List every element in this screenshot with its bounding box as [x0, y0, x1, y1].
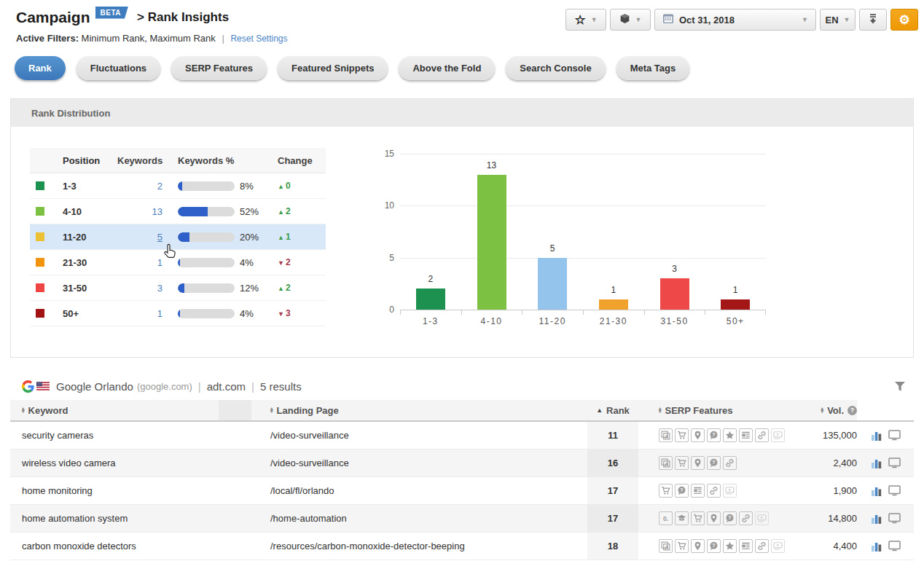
- x-axis-label: 50+: [705, 316, 766, 326]
- y-axis-tick: 0: [377, 305, 394, 315]
- column-label: Rank: [606, 405, 630, 416]
- tab-rank[interactable]: Rank: [15, 56, 66, 80]
- modules-dropdown-button[interactable]: ▼: [610, 9, 651, 31]
- reset-settings-link[interactable]: Reset Settings: [230, 34, 287, 44]
- keywords-count-link[interactable]: 1: [117, 257, 163, 268]
- rank-distribution-row[interactable]: 1-328%0: [30, 173, 326, 199]
- landing-page-cell[interactable]: /video-surveillance: [251, 458, 587, 468]
- serp-features-cell: A?: [638, 539, 804, 553]
- rank-distribution-row[interactable]: 31-50312%2: [30, 275, 326, 301]
- col-serp-features[interactable]: ▴▾SERP Features: [638, 400, 804, 420]
- serp-features-cell: A?: [638, 456, 804, 470]
- keyword-chart-icon[interactable]: [871, 541, 882, 552]
- col-vol-[interactable]: ▴▾Vol.?: [804, 400, 857, 420]
- col-position[interactable]: Position: [63, 155, 117, 166]
- chart-bar[interactable]: [721, 299, 750, 310]
- position-color-swatch: [36, 207, 44, 216]
- col-keyword[interactable]: ▴▾Keyword: [10, 400, 219, 420]
- percent-label: 8%: [240, 181, 254, 192]
- position-label: 1-3: [63, 181, 117, 192]
- position-color-swatch: [36, 181, 44, 190]
- col-keywords-percent[interactable]: Keywords %: [178, 155, 273, 166]
- toolbar: ☆ ▼ ▼ Oct 31, 2018 ▼ EN ▼: [565, 9, 918, 44]
- favorites-dropdown-button[interactable]: ☆ ▼: [565, 9, 606, 31]
- spacer-cell: [219, 505, 251, 532]
- keyword-cell[interactable]: home automation system: [10, 513, 219, 524]
- keywords-count-link[interactable]: 3: [117, 283, 163, 294]
- rank-distribution-row[interactable]: 4-101352%2: [30, 199, 326, 224]
- svg-text:?: ?: [712, 543, 715, 548]
- serp-shopping-icon: [659, 484, 673, 498]
- language-dropdown-button[interactable]: EN ▼: [820, 9, 856, 31]
- keyword-rows: security cameras/video-surveillance11A?1…: [10, 422, 914, 560]
- serp-view-monitor-icon[interactable]: [888, 513, 901, 524]
- x-axis-label: 21-30: [583, 316, 644, 326]
- bar-value-label: 1: [705, 285, 766, 295]
- chart-bar[interactable]: [599, 299, 628, 310]
- rank-distribution-row[interactable]: 50+14%3: [30, 301, 326, 326]
- tab-meta-tags[interactable]: Meta Tags: [616, 56, 690, 80]
- tab-serp-features[interactable]: SERP Features: [171, 56, 267, 80]
- tab-fluctuations[interactable]: Fluctuations: [77, 56, 160, 80]
- keywords-count-link[interactable]: 2: [117, 181, 163, 192]
- column-label: Vol.: [827, 405, 844, 416]
- serp-question-icon: ?: [675, 484, 689, 498]
- sort-icon: ▴▾: [22, 407, 25, 414]
- keyword-chart-icon[interactable]: [871, 514, 882, 524]
- download-button[interactable]: [859, 9, 887, 31]
- keyword-cell[interactable]: carbon monoxide detectors: [10, 541, 219, 552]
- col-landing-page[interactable]: ▴▾Landing Page: [251, 400, 587, 420]
- filter-icon[interactable]: [895, 382, 905, 391]
- keyword-cell[interactable]: home monitoring: [10, 485, 219, 496]
- landing-page-cell[interactable]: /local/fl/orlando: [251, 485, 587, 496]
- serp-view-monitor-icon[interactable]: [888, 430, 901, 441]
- chart-bar[interactable]: [538, 258, 567, 310]
- rank-distribution-panel: Rank Distribution PositionKeywordsKeywor…: [10, 98, 914, 358]
- rank-distribution-row[interactable]: 21-3014%2: [30, 250, 326, 275]
- keyword-cell[interactable]: wireless video camera: [10, 458, 219, 468]
- landing-page-cell[interactable]: /resources/carbon-monoxide-detector-beep…: [251, 541, 587, 552]
- date-picker-button[interactable]: Oct 31, 2018 ▼: [654, 9, 816, 31]
- col-keywords[interactable]: Keywords: [117, 155, 163, 166]
- percent-bar: [178, 232, 235, 242]
- chart-bar[interactable]: [660, 278, 689, 310]
- landing-page-cell[interactable]: /video-surveillance: [251, 430, 587, 441]
- keyword-chart-icon[interactable]: [871, 486, 882, 496]
- svg-text:A: A: [665, 434, 668, 439]
- spacer-cell: [219, 450, 251, 476]
- sort-asc-icon: ▲: [596, 407, 603, 414]
- separator: |: [222, 33, 224, 44]
- col-change[interactable]: Change: [278, 155, 313, 166]
- source-row: Google Orlando (google.com) | adt.com | …: [10, 372, 914, 400]
- serp-shopping-icon: [675, 539, 689, 553]
- tab-featured-snippets[interactable]: Featured Snippets: [278, 56, 388, 80]
- keyword-section: Google Orlando (google.com) | adt.com | …: [10, 372, 914, 560]
- panel-title: Rank Distribution: [31, 108, 110, 119]
- keywords-count-link[interactable]: 5: [117, 232, 163, 243]
- keyword-chart-icon[interactable]: [871, 431, 882, 441]
- tab-search-console[interactable]: Search Console: [506, 56, 605, 80]
- col-rank[interactable]: ▲Rank: [587, 400, 638, 420]
- landing-page-cell[interactable]: /home-automation: [251, 513, 587, 524]
- serp-view-monitor-icon[interactable]: [888, 458, 901, 468]
- volume-cell: 135,000: [804, 430, 857, 441]
- help-icon[interactable]: ?: [847, 406, 857, 415]
- chevron-down-icon: ▼: [802, 16, 808, 23]
- chart-bar[interactable]: [477, 175, 506, 310]
- page-title: Campaign: [16, 9, 90, 26]
- tab-above-the-fold[interactable]: Above the Fold: [399, 56, 495, 80]
- percent-label: 4%: [240, 257, 254, 268]
- results-count: 5 results: [260, 380, 302, 393]
- settings-button[interactable]: ⚙: [890, 9, 918, 31]
- y-axis-tick: 15: [377, 149, 394, 159]
- keywords-count-link[interactable]: 13: [117, 206, 163, 217]
- keywords-count-link[interactable]: 1: [117, 308, 163, 319]
- serp-view-monitor-icon[interactable]: [888, 485, 901, 496]
- rank-distribution-row[interactable]: 11-20520%1: [30, 224, 326, 250]
- chart-bar[interactable]: [416, 288, 445, 310]
- serp-view-monitor-icon[interactable]: [888, 541, 901, 552]
- keyword-cell[interactable]: security cameras: [10, 430, 219, 441]
- chevron-down-icon: ▼: [844, 16, 850, 23]
- keyword-chart-icon[interactable]: [871, 458, 882, 468]
- column-label: SERP Features: [665, 405, 733, 416]
